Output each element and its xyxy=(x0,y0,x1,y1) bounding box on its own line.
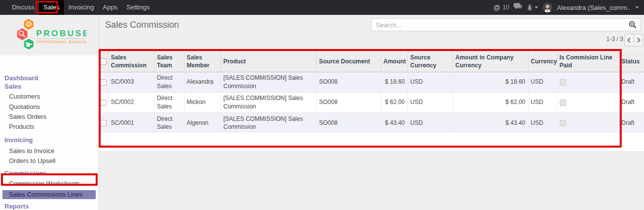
sidebar-item-commission-worksheets[interactable]: Commission Worksheets xyxy=(0,179,99,189)
sidebar-item-reports[interactable]: Reports xyxy=(0,202,99,210)
sidebar-item-orders-to-upsell[interactable]: Orders to Upsell xyxy=(0,156,99,166)
column-header-amount-in-company-currency[interactable]: Amount in Company Currency xyxy=(453,52,528,72)
app-menu-discuss[interactable]: Discuss xyxy=(7,0,39,15)
pager-next-button[interactable] xyxy=(634,34,643,47)
user-menu-caret-icon xyxy=(635,6,639,8)
pager xyxy=(624,34,643,47)
column-header-amount[interactable]: Amount xyxy=(381,52,408,72)
column-header-status[interactable]: Status xyxy=(619,52,644,72)
cell-sales-commission[interactable]: SC/0003 xyxy=(108,72,154,92)
sidebar-item-quotations[interactable]: Quotations xyxy=(0,102,99,112)
column-header-sales-commission[interactable]: Sales Commission xyxy=(108,52,154,72)
cell-source-document[interactable]: SO008 xyxy=(316,112,381,133)
search-input[interactable] xyxy=(371,18,641,31)
cell-amount-in-company-currency[interactable]: $ 62.00 xyxy=(453,92,528,112)
search-icon[interactable] xyxy=(629,21,637,31)
column-header-source-currency[interactable]: Source Currency xyxy=(408,52,453,72)
cell-amount[interactable]: $ 43.40 xyxy=(381,112,408,133)
cell-source-currency[interactable]: USD xyxy=(408,112,453,133)
table-row[interactable]: SC/0003 Direct Sales Alexandra [SALES CO… xyxy=(99,72,644,92)
app-menu-settings[interactable]: Settings xyxy=(122,0,154,15)
cell-status[interactable]: Draft xyxy=(619,112,644,133)
cell-product[interactable]: [SALES COMMISSION] Sales Commission xyxy=(221,72,316,92)
sidebar-item-sales-commissions-lines[interactable]: Sales Commissions Lines xyxy=(2,190,96,199)
svg-text:PROFESSIONAL BUSINESS: PROFESSIONAL BUSINESS xyxy=(37,40,87,44)
notification-count: 10 xyxy=(503,4,509,11)
sidebar: PROBUSE PROFESSIONAL BUSINESS Dashboard … xyxy=(0,15,99,210)
column-header-sales-member[interactable]: Sales Member xyxy=(184,52,221,72)
app-menu-sales[interactable]: Sales xyxy=(39,0,64,15)
company-logo: PROBUSE PROFESSIONAL BUSINESS xyxy=(0,15,99,55)
pager-previous-button[interactable] xyxy=(624,34,634,47)
cell-sales-team[interactable]: Direct Sales xyxy=(154,72,184,92)
page-title: Sales Commission xyxy=(105,20,179,30)
sidebar-item-commissions[interactable]: Commissions xyxy=(0,168,99,178)
pager-range: 1-3 / 3 xyxy=(606,36,623,43)
debug-icon[interactable] xyxy=(527,4,538,11)
cell-status[interactable]: Draft xyxy=(619,92,644,112)
cell-amount[interactable]: $ 62.00 xyxy=(381,92,408,112)
mention-icon[interactable]: @ xyxy=(493,3,500,11)
svg-text:PROBUSE: PROBUSE xyxy=(36,29,87,38)
cell-sales-commission[interactable]: SC/0002 xyxy=(108,92,154,112)
cell-source-document[interactable]: SO008 xyxy=(316,72,381,92)
search-box xyxy=(371,18,641,31)
column-header-sales-team[interactable]: Sales Team xyxy=(154,52,184,72)
cell-source-document[interactable]: SO008 xyxy=(316,92,381,112)
cell-currency[interactable]: USD xyxy=(528,72,557,92)
column-header-source-document[interactable]: Source Document xyxy=(316,52,381,72)
table-row[interactable]: SC/0002 Direct Sales Mickon [SALES COMMI… xyxy=(99,92,644,112)
row-checkbox[interactable] xyxy=(100,100,107,106)
is-paid-checkbox[interactable] xyxy=(560,100,566,106)
column-header-currency[interactable]: Currency xyxy=(528,52,557,72)
is-paid-checkbox[interactable] xyxy=(560,79,566,86)
cell-amount-in-company-currency[interactable]: $ 43.40 xyxy=(453,112,528,133)
table-empty-area xyxy=(99,133,644,152)
messages-icon[interactable] xyxy=(514,3,523,12)
cell-currency[interactable]: USD xyxy=(528,112,557,133)
app-menu-invoicing[interactable]: Invoicing xyxy=(64,0,98,15)
main-content: Sales Commission 1-3 / 3 xyxy=(99,15,644,210)
select-all-checkbox[interactable] xyxy=(100,58,107,65)
row-checkbox[interactable] xyxy=(100,79,107,86)
sidebar-item-sales[interactable]: Sales xyxy=(0,82,99,92)
topbar-right-cluster: @ 10 Alexandra (Sales_c xyxy=(493,0,644,15)
column-header-product[interactable]: Product xyxy=(221,52,316,72)
cell-product[interactable]: [SALES COMMISSION] Sales Commission xyxy=(221,92,316,112)
cell-sales-team[interactable]: Direct Sales xyxy=(154,112,184,133)
sidebar-item-sales-to-invoice[interactable]: Sales to Invoice xyxy=(0,146,99,156)
sidebar-item-invoicing[interactable]: Invoicing xyxy=(0,135,99,145)
cell-sales-member[interactable]: Algenon xyxy=(184,112,221,133)
cell-amount-in-company-currency[interactable]: $ 18.60 xyxy=(453,72,528,92)
cell-source-currency[interactable]: USD xyxy=(408,92,453,112)
cell-sales-member[interactable]: Alexandra xyxy=(184,72,221,92)
app-menu-apps[interactable]: Apps xyxy=(98,0,122,15)
cell-currency[interactable]: USD xyxy=(528,92,557,112)
cell-sales-member[interactable]: Mickon xyxy=(184,92,221,112)
commission-lines-table: Sales Commission Sales Team Sales Member… xyxy=(99,52,644,152)
cell-source-currency[interactable]: USD xyxy=(408,72,453,92)
row-checkbox[interactable] xyxy=(100,120,107,126)
user-avatar[interactable] xyxy=(543,3,552,12)
table-row[interactable]: SC/0001 Direct Sales Algenon [SALES COMM… xyxy=(99,112,644,133)
sidebar-item-sales-orders[interactable]: Sales Orders xyxy=(0,112,99,122)
cell-amount[interactable]: $ 18.60 xyxy=(381,72,408,92)
top-navbar: Discuss Sales Invoicing Apps Settings @ … xyxy=(0,0,644,15)
debug-caret-icon xyxy=(534,6,538,8)
app-menu: Discuss Sales Invoicing Apps Settings xyxy=(0,0,154,15)
column-header-is-commision-line-paid[interactable]: Is Commision Line Paid xyxy=(557,52,619,72)
table-header-row: Sales Commission Sales Team Sales Member… xyxy=(99,52,644,72)
sidebar-item-customers[interactable]: Customers xyxy=(0,92,99,102)
cell-product[interactable]: [SALES COMMISSION] Sales Commission xyxy=(221,112,316,133)
is-paid-checkbox[interactable] xyxy=(560,120,566,126)
sidebar-item-products[interactable]: Products xyxy=(0,122,99,132)
user-menu[interactable]: Alexandra (Sales_comm.. xyxy=(557,4,631,11)
cell-status[interactable]: Draft xyxy=(619,72,644,92)
cell-sales-commission[interactable]: SC/0001 xyxy=(108,112,154,133)
cell-sales-team[interactable]: Direct Sales xyxy=(154,92,184,112)
